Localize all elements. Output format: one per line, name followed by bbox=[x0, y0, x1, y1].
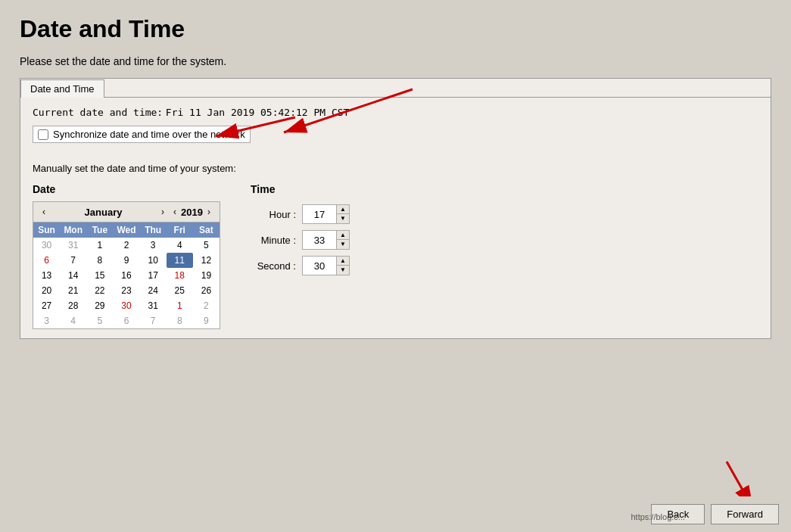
next-month-btn[interactable]: › bbox=[157, 205, 169, 219]
minute-spinner: ▲ ▼ bbox=[302, 230, 350, 250]
second-label: Second : bbox=[251, 260, 296, 272]
date-section-title: Date bbox=[33, 183, 220, 195]
bottom-bar: https://blog.c... Back Forward bbox=[0, 496, 791, 532]
tab-content: Current date and time: Fri 11 Jan 2019 0… bbox=[20, 98, 771, 338]
calendar: ‹ January › ‹ 2019 › Sun Mon Tue bbox=[33, 201, 220, 329]
cal-cell[interactable]: 28 bbox=[60, 298, 86, 313]
cal-cell[interactable]: 6 bbox=[33, 253, 60, 268]
cal-cell[interactable]: 1 bbox=[86, 238, 113, 253]
cal-cell[interactable]: 2 bbox=[113, 238, 139, 253]
forward-button[interactable]: Forward bbox=[711, 504, 779, 524]
cal-cell[interactable]: 4 bbox=[167, 238, 193, 253]
manual-label: Manually set the date and time of your s… bbox=[33, 163, 758, 174]
cal-cell[interactable]: 8 bbox=[167, 313, 193, 328]
cal-cell[interactable]: 24 bbox=[140, 283, 167, 298]
second-input[interactable] bbox=[303, 257, 336, 275]
cal-cell[interactable]: 30 bbox=[33, 238, 60, 253]
cal-cell[interactable]: 1 bbox=[167, 298, 193, 313]
cal-month: January bbox=[50, 207, 157, 218]
cal-cell[interactable]: 22 bbox=[86, 283, 113, 298]
prev-month-btn[interactable]: ‹ bbox=[38, 205, 50, 219]
cal-cell[interactable]: 7 bbox=[60, 253, 86, 268]
cal-cell[interactable]: 16 bbox=[113, 268, 139, 283]
tab-date-time[interactable]: Date and Time bbox=[20, 79, 104, 98]
tab-header: Date and Time bbox=[20, 79, 771, 98]
cal-cell[interactable]: 5 bbox=[193, 238, 220, 253]
cal-cell[interactable]: 31 bbox=[60, 238, 86, 253]
cal-cell[interactable]: 9 bbox=[113, 253, 139, 268]
cal-header-fri: Fri bbox=[167, 222, 193, 238]
page-title: Date and Time bbox=[20, 15, 771, 43]
page-subtitle: Please set the date and time for the sys… bbox=[20, 55, 771, 67]
cal-header-thu: Thu bbox=[140, 222, 167, 238]
second-up-btn[interactable]: ▲ bbox=[337, 257, 349, 266]
cal-cell[interactable]: 29 bbox=[86, 298, 113, 313]
sync-label-wrapper[interactable]: Synchronize date and time over the netwo… bbox=[33, 126, 251, 143]
second-down-btn[interactable]: ▼ bbox=[337, 266, 349, 275]
second-row: Second : ▲ ▼ bbox=[251, 256, 350, 275]
cal-cell[interactable]: 7 bbox=[140, 313, 167, 328]
date-time-row: Date ‹ January › ‹ 2019 › Sun bbox=[33, 183, 758, 329]
cal-cell[interactable]: 8 bbox=[86, 253, 113, 268]
cal-nav: ‹ January › ‹ 2019 › bbox=[33, 202, 220, 222]
hour-spinner-btns: ▲ ▼ bbox=[336, 205, 349, 223]
cal-cell[interactable]: 3 bbox=[140, 238, 167, 253]
cal-header-sat: Sat bbox=[193, 222, 220, 238]
hour-spinner: ▲ ▼ bbox=[302, 204, 350, 224]
cal-cell[interactable]: 6 bbox=[113, 313, 139, 328]
url-hint: https://blog.c... bbox=[631, 512, 685, 521]
cal-cell[interactable]: 25 bbox=[167, 283, 193, 298]
tab-panel: Date and Time Current date and time: Fri… bbox=[20, 78, 771, 339]
hour-label: Hour : bbox=[251, 209, 296, 220]
cal-cell[interactable]: 3 bbox=[33, 313, 60, 328]
hour-row: Hour : ▲ ▼ bbox=[251, 204, 350, 224]
next-year-btn[interactable]: › bbox=[203, 205, 215, 219]
cal-cell[interactable]: 18 bbox=[167, 268, 193, 283]
cal-cell[interactable]: 31 bbox=[140, 298, 167, 313]
cal-year: 2019 bbox=[181, 207, 203, 218]
cal-header-wed: Wed bbox=[113, 222, 139, 238]
cal-cell[interactable]: 26 bbox=[193, 283, 220, 298]
hour-up-btn[interactable]: ▲ bbox=[337, 205, 349, 214]
cal-grid: Sun Mon Tue Wed Thu Fri Sat 30 31 1 2 bbox=[33, 222, 220, 328]
cal-cell[interactable]: 12 bbox=[193, 253, 220, 268]
cal-cell[interactable]: 17 bbox=[140, 268, 167, 283]
prev-year-btn[interactable]: ‹ bbox=[169, 205, 181, 219]
second-spinner: ▲ ▼ bbox=[302, 256, 350, 275]
minute-row: Minute : ▲ ▼ bbox=[251, 230, 350, 250]
minute-input[interactable] bbox=[303, 231, 336, 249]
minute-spinner-btns: ▲ ▼ bbox=[336, 231, 349, 249]
cal-cell[interactable]: 19 bbox=[193, 268, 220, 283]
current-datetime: Current date and time: Fri 11 Jan 2019 0… bbox=[33, 107, 758, 118]
hour-input[interactable] bbox=[303, 205, 336, 223]
cal-cell[interactable]: 15 bbox=[86, 268, 113, 283]
cal-header-tue: Tue bbox=[86, 222, 113, 238]
cal-cell[interactable]: 27 bbox=[33, 298, 60, 313]
minute-up-btn[interactable]: ▲ bbox=[337, 231, 349, 240]
cal-cell-selected[interactable]: 11 bbox=[167, 253, 193, 268]
second-spinner-btns: ▲ ▼ bbox=[336, 257, 349, 275]
sync-label-text: Synchronize date and time over the netwo… bbox=[53, 129, 245, 140]
cal-cell[interactable]: 2 bbox=[193, 298, 220, 313]
time-section: Time Hour : ▲ ▼ bbox=[251, 183, 350, 275]
cal-cell[interactable]: 5 bbox=[86, 313, 113, 328]
sync-checkbox[interactable] bbox=[38, 129, 48, 140]
cal-cell[interactable]: 14 bbox=[60, 268, 86, 283]
cal-header-sun: Sun bbox=[33, 222, 60, 238]
cal-cell[interactable]: 30 bbox=[113, 298, 139, 313]
hour-down-btn[interactable]: ▼ bbox=[337, 214, 349, 223]
time-section-title: Time bbox=[251, 183, 350, 195]
date-section: Date ‹ January › ‹ 2019 › Sun bbox=[33, 183, 220, 329]
cal-header-mon: Mon bbox=[60, 222, 86, 238]
cal-cell[interactable]: 21 bbox=[60, 283, 86, 298]
time-fields: Hour : ▲ ▼ Minute : bbox=[251, 204, 350, 275]
minute-label: Minute : bbox=[251, 235, 296, 246]
cal-cell[interactable]: 4 bbox=[60, 313, 86, 328]
cal-cell[interactable]: 13 bbox=[33, 268, 60, 283]
minute-down-btn[interactable]: ▼ bbox=[337, 240, 349, 249]
cal-cell[interactable]: 10 bbox=[140, 253, 167, 268]
cal-cell[interactable]: 23 bbox=[113, 283, 139, 298]
cal-cell[interactable]: 9 bbox=[193, 313, 220, 328]
cal-cell[interactable]: 20 bbox=[33, 283, 60, 298]
